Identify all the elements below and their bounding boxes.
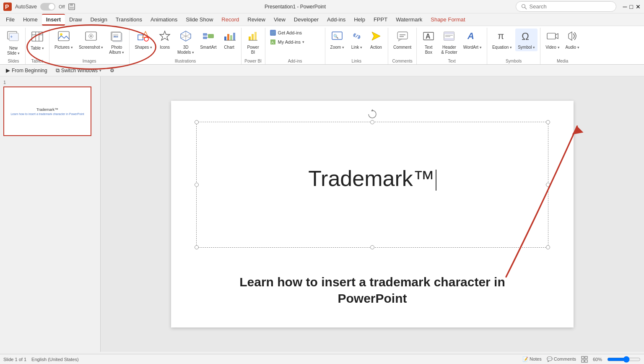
action-button[interactable]: Action [367, 29, 385, 51]
handle-bottom-left[interactable] [195, 245, 199, 249]
screenshot-button[interactable]: Screenshot ▾ [76, 29, 106, 51]
my-addins-button[interactable]: A My Add-ins ▾ [268, 38, 322, 46]
ribbon-group-tables: Table ▾ Tables [26, 28, 49, 64]
window-title: Presentation1 - PowerPoint [78, 4, 512, 10]
power-bi-button[interactable]: PowerBI [244, 29, 262, 56]
menu-review[interactable]: Review [243, 15, 270, 24]
pictures-button[interactable]: Pictures ▾ [52, 29, 75, 51]
ribbon-group-images: Pictures ▾ Screenshot ▾ PhotoAlbum ▾ Ima… [49, 28, 130, 64]
switch-windows-label: Switch Windows [61, 68, 98, 73]
ribbon-group-media: Video ▾ Audio ▾ Media [540, 28, 584, 64]
screenshot-icon [85, 30, 97, 44]
shapes-button[interactable]: Shapes ▾ [132, 29, 155, 51]
link-button[interactable]: Link ▾ [348, 29, 366, 51]
ribbon-group-symbols: π Equation ▾ Ω Symbol ▾ Symbols [487, 28, 540, 64]
search-input[interactable] [530, 3, 597, 10]
smartart-button[interactable]: SmartArt [197, 29, 219, 51]
svg-line-51 [356, 35, 358, 37]
menu-shape-format[interactable]: Shape Format [426, 15, 469, 24]
close-button[interactable]: ✕ [636, 3, 641, 10]
ribbon-group-slides: + NewSlide ▾ Slides [2, 28, 26, 64]
new-slide-button[interactable]: + NewSlide ▾ [4, 29, 23, 57]
menu-record[interactable]: Record [217, 15, 243, 24]
customize-toolbar-button[interactable]: ⚙ [107, 67, 117, 74]
handle-top-left[interactable] [195, 120, 199, 124]
table-icon [31, 30, 44, 45]
wordart-button[interactable]: A WordArt ▾ [461, 29, 484, 51]
svg-line-35 [207, 37, 208, 38]
text-group-label: Text [419, 59, 484, 64]
menu-transitions[interactable]: Transitions [112, 15, 146, 24]
svg-point-5 [522, 4, 525, 8]
addins-group-label: Add-ins [268, 59, 322, 64]
images-group-label: Images [52, 59, 127, 64]
minimize-button[interactable]: ─ [623, 3, 627, 10]
autosave-toggle[interactable] [40, 3, 55, 10]
menu-insert[interactable]: Insert [42, 14, 65, 26]
menu-view[interactable]: View [270, 15, 290, 24]
menu-design[interactable]: Design [86, 15, 111, 24]
header-footer-button[interactable]: Header& Footer [439, 29, 460, 56]
zoom-level: 60% [593, 357, 602, 362]
svg-marker-69 [569, 32, 572, 40]
from-beginning-button[interactable]: ▶ From Beginning [3, 66, 50, 74]
audio-button[interactable]: Audio ▾ [563, 29, 582, 51]
text-box-button[interactable]: A TextBox [419, 29, 438, 56]
zoom-slider[interactable] [607, 356, 641, 363]
ribbon: + NewSlide ▾ Slides Table ▾ T [0, 26, 644, 65]
photo-album-icon [110, 30, 123, 44]
menu-home[interactable]: Home [19, 15, 42, 24]
search-box[interactable] [516, 1, 616, 12]
symbol-button[interactable]: Ω Symbol ▾ [515, 29, 538, 51]
maximize-button[interactable]: □ [630, 3, 633, 10]
save-icon[interactable] [68, 3, 75, 10]
canvas-area[interactable]: Trademark™ Learn how to insert a tradema… [101, 76, 644, 352]
video-button[interactable]: Video ▾ [543, 29, 562, 51]
comments-button[interactable]: 💬 Comments [547, 356, 576, 362]
ribbon-group-text: A TextBox Header& Footer A WordArt ▾ Tex… [417, 28, 487, 64]
menu-slideshow[interactable]: Slide Show [182, 15, 217, 24]
slide-thumbnail-1[interactable]: 1 Trademark™ Learn how to insert a trade… [3, 80, 97, 136]
ribbon-group-addins: 🛒 Get Add-ins A My Add-ins ▾ Add-ins [265, 28, 325, 64]
3d-models-button[interactable]: 3DModels ▾ [175, 29, 197, 56]
slide-title[interactable]: Trademark™ [171, 166, 574, 191]
notes-button[interactable]: 📝 Notes [522, 356, 542, 362]
new-slide-icon: + [7, 30, 20, 45]
handle-bottom-center[interactable] [370, 245, 374, 249]
menu-fppt[interactable]: FPPT [369, 15, 392, 24]
symbol-icon: Ω [520, 30, 533, 44]
menu-watermark[interactable]: Watermark [392, 15, 426, 24]
menu-developer[interactable]: Developer [290, 15, 323, 24]
menu-addins[interactable]: Add-ins [323, 15, 350, 24]
svg-rect-39 [233, 33, 235, 40]
handle-top-right[interactable] [546, 120, 550, 124]
menu-file[interactable]: File [2, 15, 19, 24]
slide-subtitle[interactable]: Learn how to insert a trademark characte… [171, 274, 574, 306]
my-addins-label: My Add-ins [278, 39, 301, 45]
chart-button[interactable]: Chart [220, 29, 239, 51]
search-icon [521, 4, 527, 10]
svg-rect-73 [585, 356, 587, 359]
fit-slide-icon[interactable] [581, 356, 588, 363]
comment-button[interactable]: Comment [391, 29, 414, 51]
icons-button[interactable]: Icons [156, 29, 174, 51]
zoom-icon: 🔍 [331, 30, 343, 44]
menu-help[interactable]: Help [350, 15, 369, 24]
slide-canvas[interactable]: Trademark™ Learn how to insert a tradema… [171, 101, 574, 327]
handle-bottom-right[interactable] [546, 245, 550, 249]
handle-top-center[interactable] [370, 120, 374, 124]
links-group-label: Links [328, 59, 385, 64]
svg-text:π: π [498, 31, 504, 41]
get-addins-button[interactable]: 🛒 Get Add-ins [268, 29, 322, 37]
table-button[interactable]: Table ▾ [28, 29, 47, 52]
photo-album-button[interactable]: PhotoAlbum ▾ [106, 29, 127, 56]
comments-group-label: Comments [391, 59, 414, 64]
3d-models-icon [179, 30, 192, 44]
play-icon: ▶ [6, 67, 10, 73]
rotate-handle[interactable] [367, 109, 377, 121]
menu-draw[interactable]: Draw [65, 15, 86, 24]
menu-animations[interactable]: Animations [146, 15, 182, 24]
zoom-button[interactable]: 🔍 Zoom ▾ [328, 29, 347, 51]
equation-button[interactable]: π Equation ▾ [490, 29, 514, 51]
switch-windows-button[interactable]: ⧉ Switch Windows ▾ [53, 66, 104, 75]
